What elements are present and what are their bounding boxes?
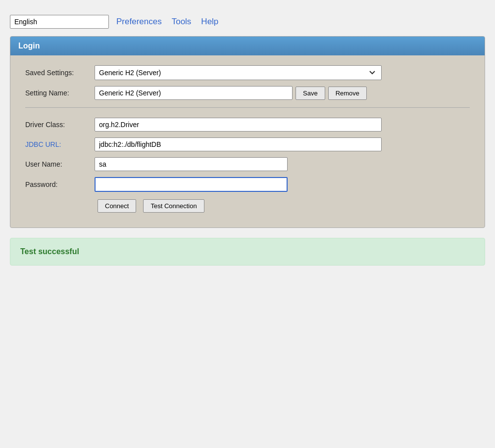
setting-name-input[interactable]: [95, 86, 293, 100]
divider: [25, 107, 470, 108]
language-select[interactable]: English French German Spanish: [10, 15, 109, 29]
top-nav: English French German Spanish Preference…: [10, 10, 485, 36]
login-header: Login: [10, 37, 485, 55]
setting-name-row: Setting Name: Save Remove: [25, 86, 470, 100]
jdbc-url-input[interactable]: [95, 137, 382, 151]
jdbc-url-label: JDBC URL:: [25, 140, 95, 148]
driver-class-row: Driver Class:: [25, 118, 470, 132]
password-row: Password:: [25, 177, 470, 192]
connect-button[interactable]: Connect: [98, 199, 136, 213]
saved-settings-row: Saved Settings: Generic H2 (Server) Gene…: [25, 65, 470, 80]
status-bar: Test successful: [10, 238, 485, 266]
password-label: Password:: [25, 180, 95, 188]
status-message: Test successful: [20, 247, 79, 256]
password-input[interactable]: [95, 177, 288, 192]
remove-button[interactable]: Remove: [328, 87, 367, 100]
jdbc-url-row: JDBC URL:: [25, 137, 470, 151]
username-input[interactable]: [95, 157, 288, 171]
tools-link[interactable]: Tools: [169, 17, 194, 27]
test-connection-button[interactable]: Test Connection: [143, 199, 204, 213]
help-link[interactable]: Help: [198, 17, 221, 27]
setting-name-label: Setting Name:: [25, 89, 95, 97]
login-panel: Login Saved Settings: Generic H2 (Server…: [10, 36, 485, 228]
login-body: Saved Settings: Generic H2 (Server) Gene…: [10, 55, 485, 227]
username-label: User Name:: [25, 160, 95, 168]
saved-settings-label: Saved Settings:: [25, 69, 95, 77]
driver-class-input[interactable]: [95, 118, 382, 132]
username-row: User Name:: [25, 157, 470, 171]
preferences-link[interactable]: Preferences: [114, 17, 164, 27]
connect-row: Connect Test Connection: [95, 199, 470, 213]
saved-settings-select[interactable]: Generic H2 (Server) Generic H2 (Embedded…: [95, 65, 382, 80]
save-button[interactable]: Save: [296, 87, 325, 100]
driver-class-label: Driver Class:: [25, 121, 95, 129]
